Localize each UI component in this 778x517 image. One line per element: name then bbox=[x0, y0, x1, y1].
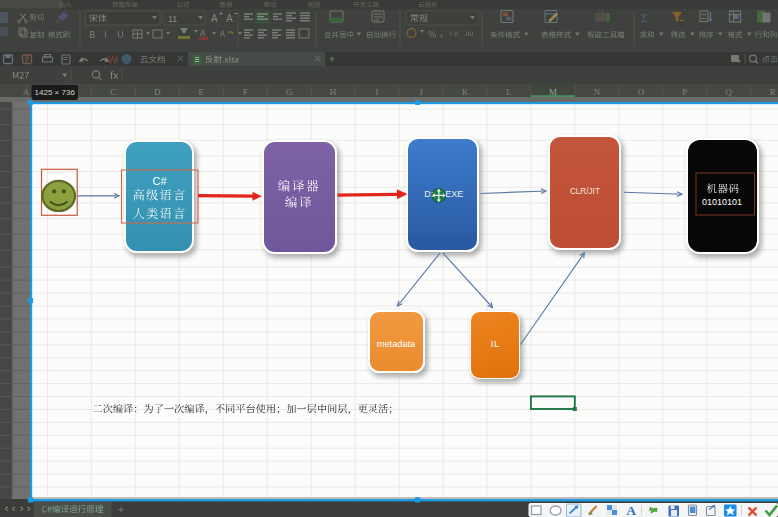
svg-text:A: A bbox=[626, 503, 636, 517]
svg-text:IL: IL bbox=[491, 338, 500, 349]
svg-text:CLR/JIT: CLR/JIT bbox=[570, 187, 600, 196]
svg-text:metadata: metadata bbox=[377, 339, 416, 349]
svg-text:D:: D: bbox=[424, 189, 433, 199]
svg-text:C#: C# bbox=[153, 175, 167, 187]
svg-text:01010101: 01010101 bbox=[702, 197, 742, 207]
svg-text:EXE: EXE bbox=[445, 189, 463, 199]
